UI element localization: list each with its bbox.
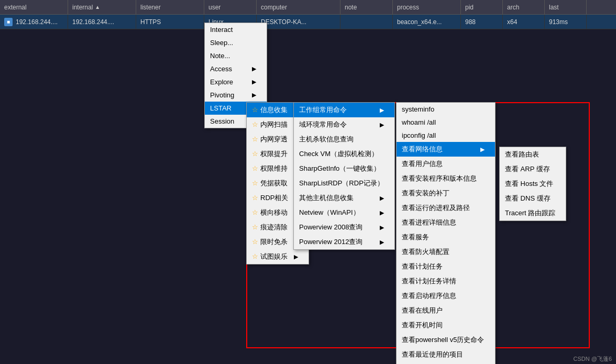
wg-item-install-info[interactable]: 查看安装程序和版本信息 (397, 171, 495, 186)
wg-item-boot-time[interactable]: 查看开机时间 (397, 318, 495, 333)
wg-item-firewall[interactable]: 查看防火墙配置 (397, 245, 495, 259)
cell-arch: x64 (503, 15, 545, 29)
wg-item-user-info[interactable]: 查看用户信息 (397, 157, 495, 171)
cell-computer: DESKTOP-KA... (257, 15, 340, 29)
wg-item-network-info[interactable]: 查看网络信息 ▶ (397, 142, 495, 157)
cell-pid: 988 (461, 15, 503, 29)
menu-item-sleep[interactable]: Sleep... (205, 36, 267, 49)
cell-last: 913ms (545, 15, 587, 29)
cell-internal: 192.168.244.... (68, 15, 136, 29)
submenu-arrow-icon: ▶ (252, 65, 256, 72)
wg-item-recent-items[interactable]: 查看最近使用的项目 (397, 347, 495, 362)
submenu-arrow-icon: ▶ (252, 79, 256, 85)
wg-item-systeminfo[interactable]: systeminfo (397, 103, 495, 116)
cell-process: beacon_x64.e... (393, 15, 461, 29)
net-item-tracert[interactable]: Tracert 路由跟踪 (500, 206, 566, 220)
header-pid[interactable]: pid (461, 0, 503, 14)
info-item-sharp-listrdp[interactable]: SharpListRDP（RDP记录） (294, 176, 394, 191)
workgroup-submenu: systeminfo whoami /all ipconfig /all 查看网… (396, 102, 496, 364)
header-note[interactable]: note (340, 0, 393, 14)
net-item-arp-cache[interactable]: 查看 ARP 缓存 (500, 162, 566, 177)
network-info-submenu: 查看路由表 查看 ARP 缓存 查看 Hosts 文件 查看 DNS 缓存 Tr… (499, 147, 566, 221)
sort-asc-icon: ▲ (95, 4, 100, 10)
wg-item-services[interactable]: 查看服务 (397, 230, 495, 245)
cell-listener: HTTPS (136, 15, 204, 29)
submenu-arrow-icon: ▶ (294, 253, 298, 260)
submenu-arrow-icon: ▶ (252, 92, 256, 98)
table-row[interactable]: ■ 192.168.244.... 192.168.244.... HTTPS … (0, 15, 616, 29)
wg-item-process-detail[interactable]: 查看进程详细信息 (397, 215, 495, 230)
info-item-other-host[interactable]: 其他主机信息收集 ▶ (294, 191, 394, 205)
info-item-workgroup-common[interactable]: 工作组常用命令 ▶ (294, 103, 394, 117)
info-item-host-av[interactable]: 主机杀软信息查询 (294, 132, 394, 147)
header-user[interactable]: user (204, 0, 257, 14)
wg-item-patch-info[interactable]: 查看安装的补丁 (397, 186, 495, 201)
header-computer[interactable]: computer (257, 0, 340, 14)
wg-item-process-path[interactable]: 查看运行的进程及路径 (397, 201, 495, 215)
net-item-hosts-file[interactable]: 查看 Hosts 文件 (500, 177, 566, 191)
submenu-arrow-icon: ▶ (380, 239, 384, 246)
wg-item-powershell-history[interactable]: 查看powershell v5历史命令 (397, 333, 495, 347)
menu-item-note[interactable]: Note... (205, 49, 267, 62)
menu-item-interact[interactable]: Interact (205, 23, 267, 36)
wg-item-whoami[interactable]: whoami /all (397, 116, 495, 129)
menu-item-explore[interactable]: Explore ▶ (205, 75, 267, 89)
info-item-netview[interactable]: Netview（WinAPI） ▶ (294, 205, 394, 220)
submenu-arrow-icon: ▶ (380, 224, 384, 231)
lstar-item-entertainment[interactable]: ☆试图娱乐 ▶ (247, 249, 309, 264)
table-header: external internal ▲ listener user comput… (0, 0, 616, 15)
menu-item-pivoting[interactable]: Pivoting ▶ (205, 89, 267, 102)
cell-note (340, 15, 393, 29)
net-item-routing-table[interactable]: 查看路由表 (500, 147, 566, 162)
info-item-sharp-getinfo[interactable]: SharpGetInfo（一键收集） (294, 161, 394, 176)
wg-item-startup[interactable]: 查看启动程序信息 (397, 289, 495, 303)
submenu-arrow-icon: ▶ (480, 146, 485, 153)
cell-external: ■ 192.168.244.... (0, 15, 68, 29)
header-internal[interactable]: internal ▲ (68, 0, 136, 14)
submenu-arrow-icon: ▶ (380, 107, 384, 114)
header-arch[interactable]: arch (503, 0, 545, 14)
info-collect-submenu: 工作组常用命令 ▶ 域环境常用命令 ▶ 主机杀软信息查询 Check VM（虚拟… (293, 102, 395, 250)
wg-item-schedule-detail[interactable]: 查看计划任务详情 (397, 274, 495, 289)
header-process[interactable]: process (393, 0, 461, 14)
menu-item-access[interactable]: Access ▶ (205, 62, 267, 75)
header-external[interactable]: external (0, 0, 68, 14)
submenu-arrow-icon: ▶ (380, 195, 384, 202)
net-item-dns-cache[interactable]: 查看 DNS 缓存 (500, 191, 566, 206)
info-item-powerview2008[interactable]: Powerview 2008查询 ▶ (294, 220, 394, 235)
submenu-arrow-icon: ▶ (380, 122, 384, 128)
info-item-domain-common[interactable]: 域环境常用命令 ▶ (294, 117, 394, 132)
wg-item-ipconfig[interactable]: ipconfig /all (397, 129, 495, 142)
info-item-check-vm[interactable]: Check VM（虚拟机检测） (294, 147, 394, 161)
wg-item-online-users[interactable]: 查看在线用户 (397, 303, 495, 318)
wg-item-schedule[interactable]: 查看计划任务 (397, 259, 495, 274)
header-last[interactable]: last (545, 0, 587, 14)
info-item-powerview2012[interactable]: Powerview 2012查询 ▶ (294, 235, 394, 249)
row-icon: ■ (4, 18, 13, 26)
submenu-arrow-icon: ▶ (380, 209, 384, 216)
wg-item-smb-path[interactable]: 查看SMB指向路径 (397, 362, 495, 364)
header-listener[interactable]: listener (136, 0, 204, 14)
status-bar: CSDN @飞蓬6 (569, 354, 616, 364)
